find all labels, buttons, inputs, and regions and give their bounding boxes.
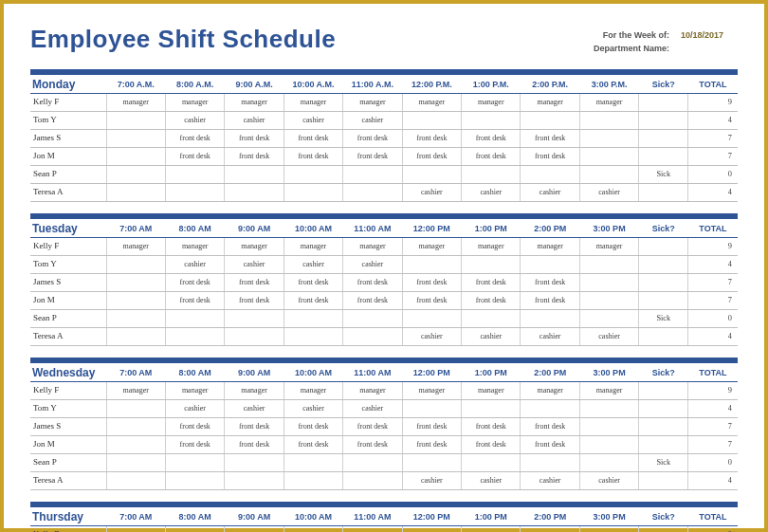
shift-cell [579, 273, 638, 291]
time-header: 11:00 AM [343, 507, 402, 526]
shift-cell: manager [283, 381, 342, 399]
shift-cell [225, 471, 283, 489]
shift-cell: front desk [343, 291, 402, 309]
time-header: 2:00 PM [521, 363, 579, 382]
shift-cell [402, 399, 461, 417]
employee-name: Kelly F [30, 237, 106, 255]
table-row: Sean PSick0 [30, 165, 738, 183]
shift-cell [521, 453, 579, 471]
shift-cell [283, 165, 342, 183]
time-header: 9:00 A.M. [225, 75, 283, 94]
table-row: Kelly Fmanagermanagermanagermanagermanag… [30, 93, 738, 111]
time-header: 11:00 A.M. [343, 75, 402, 94]
total-cell: 7 [688, 147, 738, 165]
time-header: 9:00 AM [225, 507, 283, 526]
total-cell: 4 [688, 111, 738, 129]
shift-cell: manager [165, 93, 224, 111]
shift-cell [462, 453, 521, 471]
shift-cell [343, 165, 402, 183]
shift-cell: front desk [225, 435, 283, 453]
shift-cell: front desk [521, 291, 579, 309]
shift-cell [579, 399, 638, 417]
total-cell: 4 [688, 255, 738, 273]
shift-cell: manager [283, 93, 342, 111]
sick-cell [639, 435, 688, 453]
shift-cell [165, 165, 224, 183]
time-header: 8:00 AM [165, 363, 224, 382]
day-name: Wednesday [30, 363, 106, 382]
shift-cell: manager [402, 381, 461, 399]
shift-cell [283, 453, 342, 471]
shift-cell: manager [521, 525, 579, 532]
shift-cell: front desk [521, 417, 579, 435]
shift-cell: front desk [225, 291, 283, 309]
shift-cell: front desk [462, 129, 521, 147]
shift-cell: manager [165, 525, 224, 532]
shift-cell [225, 165, 283, 183]
shift-cell [165, 471, 224, 489]
meta-dept: Department Name: [594, 42, 738, 55]
shift-cell [225, 327, 283, 345]
total-cell: 7 [688, 435, 738, 453]
shift-cell: cashier [165, 111, 224, 129]
time-header: 9:00 AM [225, 363, 283, 382]
shift-cell [106, 165, 165, 183]
sick-cell [639, 273, 688, 291]
employee-name: Teresa A [30, 183, 106, 201]
shift-cell: front desk [283, 417, 342, 435]
time-header: 3:00 PM [579, 219, 638, 238]
shift-cell: cashier [462, 471, 521, 489]
shift-cell: cashier [402, 183, 461, 201]
total-cell: 7 [688, 417, 738, 435]
shift-cell: front desk [283, 147, 342, 165]
shift-cell [283, 183, 342, 201]
shift-cell: front desk [521, 147, 579, 165]
employee-name: Teresa A [30, 327, 106, 345]
shift-cell [106, 111, 165, 129]
meta-week: For the Week of: 10/18/2017 [594, 28, 738, 42]
shift-cell: front desk [462, 417, 521, 435]
total-cell: 4 [688, 327, 738, 345]
time-header: 10:00 AM [283, 219, 342, 238]
sick-cell [639, 525, 688, 532]
time-header: 11:00 AM [343, 363, 402, 382]
time-header: 10:00 A.M. [283, 75, 342, 94]
shift-cell: manager [106, 93, 165, 111]
shift-cell: front desk [283, 291, 342, 309]
shift-cell: front desk [402, 417, 461, 435]
table-row: Kelly Fmanagermanagermanagermanagermanag… [30, 237, 738, 255]
shift-cell: manager [283, 525, 342, 532]
shift-cell [521, 309, 579, 327]
shift-cell [402, 165, 461, 183]
shift-cell: manager [521, 237, 579, 255]
sick-cell [639, 399, 688, 417]
time-header: 1:00 PM [462, 363, 521, 382]
shift-cell: cashier [343, 399, 402, 417]
shift-cell: cashier [283, 399, 342, 417]
shift-cell: front desk [165, 147, 224, 165]
shift-cell [579, 291, 638, 309]
day-table: Tuesday7:00 AM8:00 AM9:00 AM10:00 AM11:0… [30, 213, 738, 346]
shift-cell [106, 183, 165, 201]
total-cell: 0 [688, 309, 738, 327]
shift-cell [106, 129, 165, 147]
time-header: 3:00 PM [579, 363, 638, 382]
shift-cell: front desk [343, 129, 402, 147]
shift-cell: manager [225, 93, 283, 111]
shift-cell: manager [343, 525, 402, 532]
shift-cell: front desk [225, 129, 283, 147]
shift-cell [579, 417, 638, 435]
sick-cell: Sick [639, 309, 688, 327]
shift-cell: front desk [343, 147, 402, 165]
employee-name: Sean P [30, 453, 106, 471]
time-header: 11:00 AM [343, 219, 402, 238]
shift-cell: manager [579, 237, 638, 255]
header: Employee Shift Schedule For the Week of:… [30, 25, 738, 56]
total-cell: 4 [688, 399, 738, 417]
shift-cell [165, 183, 224, 201]
shift-cell: manager [462, 381, 521, 399]
shift-cell: cashier [283, 255, 342, 273]
total-cell: 4 [688, 183, 738, 201]
shift-cell: cashier [521, 471, 579, 489]
shift-cell [106, 327, 165, 345]
